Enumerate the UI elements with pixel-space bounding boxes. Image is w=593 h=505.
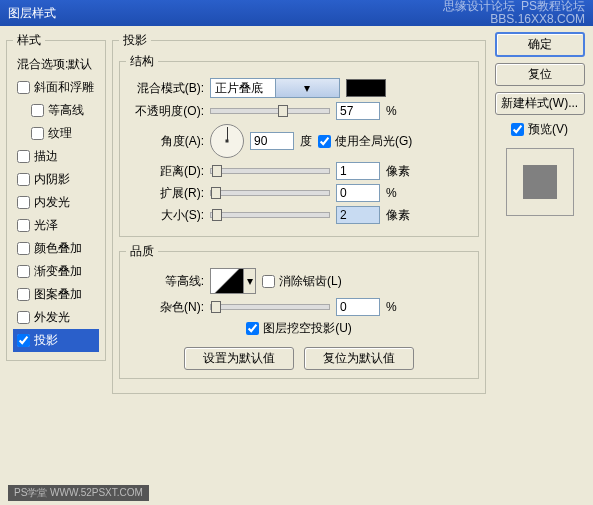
style-checkbox[interactable] [17,81,30,94]
style-checkbox[interactable] [31,104,44,117]
style-checkbox[interactable] [17,334,30,347]
spread-input[interactable] [336,184,380,202]
style-label: 图案叠加 [34,286,82,303]
quality-legend: 品质 [126,243,158,260]
size-label: 大小(S): [126,207,204,224]
style-item-4[interactable]: 内阴影 [13,168,99,191]
watermark-top: 思缘设计论坛 PS教程论坛 BBS.16XX8.COM [443,0,585,26]
distance-slider[interactable] [210,168,330,174]
style-item-2[interactable]: 纹理 [13,122,99,145]
size-slider[interactable] [210,212,330,218]
style-checkbox[interactable] [17,150,30,163]
new-style-button[interactable]: 新建样式(W)... [495,92,585,115]
style-checkbox[interactable] [17,173,30,186]
style-item-1[interactable]: 等高线 [13,99,99,122]
preview-box [506,148,574,216]
style-checkbox[interactable] [17,265,30,278]
style-label: 内发光 [34,194,70,211]
noise-input[interactable] [336,298,380,316]
angle-dial[interactable] [210,124,244,158]
contour-label: 等高线: [126,273,204,290]
title-bar: 图层样式 思缘设计论坛 PS教程论坛 BBS.16XX8.COM [0,0,593,26]
size-input[interactable] [336,206,380,224]
style-label: 颜色叠加 [34,240,82,257]
global-light-checkbox[interactable]: 使用全局光(G) [318,133,412,150]
style-checkbox[interactable] [17,219,30,232]
opacity-slider[interactable] [210,108,330,114]
style-label: 外发光 [34,309,70,326]
style-checkbox[interactable] [17,288,30,301]
styles-legend: 样式 [13,32,45,49]
structure-legend: 结构 [126,53,158,70]
dialog-title: 图层样式 [8,5,56,22]
style-label: 描边 [34,148,58,165]
distance-label: 距离(D): [126,163,204,180]
reset-default-button[interactable]: 复位为默认值 [304,347,414,370]
style-item-11[interactable]: 投影 [13,329,99,352]
style-item-5[interactable]: 内发光 [13,191,99,214]
knockout-checkbox[interactable]: 图层挖空投影(U) [246,320,352,337]
preview-swatch [523,165,557,199]
style-checkbox[interactable] [17,242,30,255]
quality-group: 品质 等高线: ▾ 消除锯齿(L) 杂色(N): [119,243,479,379]
watermark-bottom: PS学堂 WWW.52PSXT.COM [8,485,149,501]
style-item-6[interactable]: 光泽 [13,214,99,237]
style-label: 光泽 [34,217,58,234]
preview-checkbox[interactable]: 预览(V) [511,121,568,138]
style-label: 内阴影 [34,171,70,188]
blend-mode-label: 混合模式(B): [126,80,204,97]
angle-label: 角度(A): [126,133,204,150]
spread-slider[interactable] [210,190,330,196]
style-label: 投影 [34,332,58,349]
style-label: 斜面和浮雕 [34,79,94,96]
antialias-checkbox[interactable]: 消除锯齿(L) [262,273,342,290]
style-checkbox[interactable] [31,127,44,140]
opacity-input[interactable] [336,102,380,120]
style-item-3[interactable]: 描边 [13,145,99,168]
angle-input[interactable] [250,132,294,150]
distance-input[interactable] [336,162,380,180]
reset-button[interactable]: 复位 [495,63,585,86]
chevron-down-icon: ▾ [275,79,340,97]
spread-label: 扩展(R): [126,185,204,202]
style-label: 渐变叠加 [34,263,82,280]
style-label: 等高线 [48,102,84,119]
ok-button[interactable]: 确定 [495,32,585,57]
style-checkbox[interactable] [17,311,30,324]
structure-group: 结构 混合模式(B): 正片叠底 ▾ 不透明度(O): % 角度( [119,53,479,237]
style-item-0[interactable]: 斜面和浮雕 [13,76,99,99]
shadow-color-swatch[interactable] [346,79,386,97]
blend-mode-select[interactable]: 正片叠底 ▾ [210,78,340,98]
style-item-7[interactable]: 颜色叠加 [13,237,99,260]
effect-panel: 投影 结构 混合模式(B): 正片叠底 ▾ 不透明度(O): % [112,32,486,394]
noise-label: 杂色(N): [126,299,204,316]
opacity-label: 不透明度(O): [126,103,204,120]
effect-legend: 投影 [119,32,151,49]
style-item-8[interactable]: 渐变叠加 [13,260,99,283]
make-default-button[interactable]: 设置为默认值 [184,347,294,370]
blend-options-item[interactable]: 混合选项:默认 [13,53,99,76]
style-checkbox[interactable] [17,196,30,209]
noise-slider[interactable] [210,304,330,310]
styles-panel: 样式 混合选项:默认斜面和浮雕等高线纹理描边内阴影内发光光泽颜色叠加渐变叠加图案… [6,32,106,361]
chevron-down-icon[interactable]: ▾ [244,268,256,294]
style-item-9[interactable]: 图案叠加 [13,283,99,306]
style-item-10[interactable]: 外发光 [13,306,99,329]
contour-picker[interactable] [210,268,244,294]
style-label: 纹理 [48,125,72,142]
